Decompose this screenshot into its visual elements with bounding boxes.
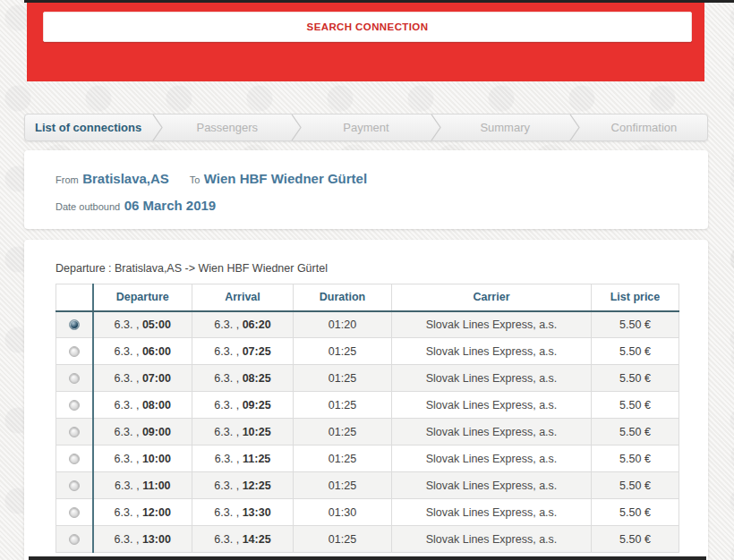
radio-cell[interactable] (56, 392, 93, 419)
arrival-cell: 6.3. , 14:25 (192, 526, 294, 553)
carrier-cell: Slovak Lines Express, a.s. (392, 472, 592, 499)
step-payment[interactable]: Payment (303, 121, 429, 134)
list-price-cell: 5.50 € (592, 526, 679, 553)
carrier-name: Slovak Lines Express, a.s. (426, 506, 558, 519)
departure-cell: 6.3. , 10:00 (93, 445, 192, 472)
radio-cell[interactable] (56, 419, 93, 445)
arrival-date: 6.3. , (214, 479, 239, 492)
arrival-time: 12:25 (243, 479, 271, 492)
radio-cell[interactable] (56, 445, 93, 472)
carrier-cell: Slovak Lines Express, a.s. (392, 445, 592, 472)
connections-table: Departure Arrival Duration Carrier List … (55, 284, 679, 553)
date-outbound-label: Date outbound (55, 201, 120, 212)
list-price-cell: 5.50 € (592, 365, 679, 392)
step-list-of-connections[interactable]: List of connections (25, 121, 151, 134)
arrival-date: 6.3. , (214, 345, 239, 358)
arrival-time: 09:25 (243, 399, 271, 412)
departure-time: 08:00 (142, 399, 171, 412)
connection-radio-button[interactable] (69, 400, 80, 411)
connection-radio-button[interactable] (69, 373, 80, 384)
connection-radio-button[interactable] (69, 427, 80, 437)
connection-row[interactable]: 6.3. , 10:00 6.3. , 11:25 01:25 Slovak L… (56, 445, 679, 472)
arrival-cell: 6.3. , 08:25 (192, 365, 294, 392)
connection-row[interactable]: 6.3. , 06:00 6.3. , 07:25 01:25 Slovak L… (56, 338, 679, 365)
duration-value: 01:25 (329, 426, 356, 438)
search-connection-button[interactable]: SEARCH CONNECTION (43, 12, 692, 42)
bottom-edge-bar (29, 556, 706, 560)
arrival-column-header: Arrival (192, 284, 294, 311)
list-price-value: 5.50 € (619, 318, 651, 331)
connection-row[interactable]: 6.3. , 13:00 6.3. , 14:25 01:25 Slovak L… (56, 526, 679, 553)
connection-radio-button[interactable] (69, 454, 80, 464)
departure-date: 6.3. , (115, 479, 140, 492)
arrival-date: 6.3. , (214, 426, 239, 438)
connection-row[interactable]: 6.3. , 07:00 6.3. , 08:25 01:25 Slovak L… (56, 365, 679, 392)
connection-row[interactable]: 6.3. , 09:00 6.3. , 10:25 01:25 Slovak L… (56, 419, 679, 445)
arrival-time: 13:30 (243, 506, 271, 519)
duration-value: 01:25 (329, 399, 356, 412)
departure-time: 06:00 (142, 345, 171, 358)
connection-radio-button[interactable] (69, 346, 80, 357)
departure-time: 07:00 (142, 372, 171, 385)
chevron-separator-icon (568, 115, 581, 140)
arrival-cell: 6.3. , 06:20 (192, 311, 294, 338)
list-price-cell: 5.50 € (592, 419, 679, 445)
list-price-cell: 5.50 € (592, 311, 679, 338)
step-passengers[interactable]: Passengers (164, 121, 290, 134)
departure-date: 6.3. , (115, 345, 140, 358)
carrier-name: Slovak Lines Express, a.s. (426, 426, 558, 438)
arrival-date: 6.3. , (214, 318, 239, 331)
list-price-column-header: List price (592, 284, 679, 311)
departure-column-header: Departure (93, 284, 192, 311)
duration-cell: 01:25 (294, 526, 392, 553)
radio-cell[interactable] (56, 365, 93, 392)
connection-radio-button[interactable] (69, 319, 80, 330)
to-label: To (190, 174, 201, 185)
carrier-cell: Slovak Lines Express, a.s. (392, 365, 592, 392)
list-price-value: 5.50 € (619, 372, 651, 385)
step-summary[interactable]: Summary (442, 121, 568, 134)
connection-row[interactable]: 6.3. , 11:00 6.3. , 12:25 01:25 Slovak L… (56, 472, 679, 499)
connection-radio-button[interactable] (69, 534, 80, 545)
connection-radio-button[interactable] (69, 507, 80, 518)
radio-cell[interactable] (56, 526, 93, 553)
list-price-value: 5.50 € (619, 506, 651, 519)
radio-cell[interactable] (56, 311, 93, 338)
list-price-value: 5.50 € (619, 479, 651, 492)
radio-cell[interactable] (56, 472, 93, 499)
step-confirmation[interactable]: Confirmation (581, 121, 707, 134)
departure-date: 6.3. , (115, 318, 140, 331)
departure-time: 05:00 (142, 318, 171, 331)
carrier-name: Slovak Lines Express, a.s. (426, 533, 558, 546)
arrival-time: 08:25 (243, 372, 271, 385)
list-price-value: 5.50 € (619, 345, 651, 358)
date-line: Date outbound 06 March 2019 (55, 198, 708, 215)
duration-cell: 01:25 (294, 365, 392, 392)
departure-time: 12:00 (142, 506, 171, 519)
connection-row[interactable]: 6.3. , 05:00 6.3. , 06:20 01:20 Slovak L… (56, 311, 679, 338)
arrival-time: 07:25 (243, 345, 271, 358)
list-price-value: 5.50 € (619, 533, 651, 546)
arrival-time: 10:25 (243, 426, 271, 438)
radio-cell[interactable] (56, 338, 93, 365)
carrier-name: Slovak Lines Express, a.s. (426, 318, 558, 331)
arrival-time: 06:20 (243, 318, 271, 331)
connection-radio-button[interactable] (69, 480, 80, 491)
carrier-name: Slovak Lines Express, a.s. (426, 399, 558, 412)
departure-date: 6.3. , (115, 372, 140, 385)
duration-cell: 01:25 (294, 392, 392, 419)
departure-cell: 6.3. , 09:00 (93, 419, 192, 445)
radio-cell[interactable] (56, 499, 93, 526)
departure-cell: 6.3. , 12:00 (93, 499, 192, 526)
list-price-value: 5.50 € (619, 453, 651, 465)
date-outbound-value: 06 March 2019 (124, 198, 217, 213)
list-price-cell: 5.50 € (592, 392, 679, 419)
duration-cell: 01:30 (294, 499, 392, 526)
duration-column-header: Duration (294, 284, 392, 311)
to-value: Wien HBF Wiedner Gürtel (204, 171, 367, 186)
arrival-date: 6.3. , (214, 372, 239, 385)
connection-row[interactable]: 6.3. , 08:00 6.3. , 09:25 01:25 Slovak L… (56, 392, 679, 419)
carrier-cell: Slovak Lines Express, a.s. (392, 526, 592, 553)
duration-value: 01:25 (329, 372, 356, 385)
connection-row[interactable]: 6.3. , 12:00 6.3. , 13:30 01:30 Slovak L… (56, 499, 679, 526)
